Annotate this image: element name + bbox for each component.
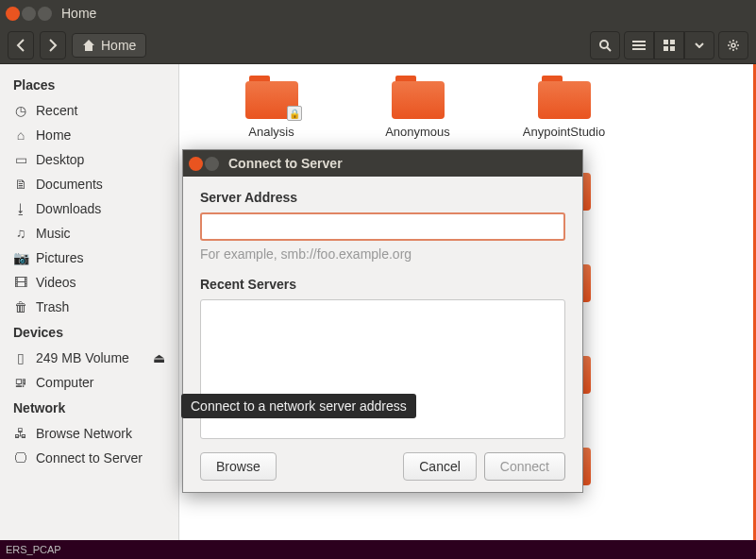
drive-icon: ▯ (13, 350, 28, 365)
sidebar-item-label: Connect to Server (36, 450, 143, 466)
svg-rect-5 (664, 40, 668, 44)
svg-line-1 (607, 47, 611, 51)
cancel-button[interactable]: Cancel (403, 452, 477, 481)
folder-label: Analysis (248, 125, 294, 139)
window-titlebar: Home (0, 0, 756, 26)
desktop-icon: ▭ (13, 152, 28, 167)
breadcrumb-label: Home (101, 38, 136, 53)
folder-label: AnypointStudio (523, 125, 605, 139)
sidebar-item-label: Computer (36, 375, 93, 390)
sidebar-item-label: Music (36, 226, 71, 241)
sidebar-item-browse-network[interactable]: 🖧Browse Network (0, 421, 178, 446)
search-icon (598, 39, 612, 52)
sidebar-item-label: Browse Network (36, 426, 132, 441)
document-icon: 🗎 (13, 177, 28, 192)
toolbar: Home (0, 26, 756, 64)
folder-label: Anonymous (385, 125, 450, 139)
window-close-button[interactable] (6, 7, 20, 21)
view-menu-button[interactable] (684, 31, 714, 59)
music-icon: ♫ (13, 226, 28, 241)
connect-server-dialog: Connect to Server Server Address For exa… (182, 149, 583, 493)
dialog-close-button[interactable] (189, 157, 203, 171)
lock-icon: 🔒 (287, 106, 302, 121)
settings-button[interactable] (718, 31, 748, 59)
chevron-down-icon (695, 42, 704, 48)
sidebar-item-home[interactable]: ⌂Home (0, 123, 178, 147)
places-heading: Places (0, 72, 178, 98)
download-icon: ⭳ (13, 201, 28, 216)
computer-icon: 🖳 (13, 375, 28, 390)
search-button[interactable] (590, 31, 620, 59)
svg-point-9 (731, 43, 735, 47)
sidebar-item-videos[interactable]: 🎞Videos (0, 270, 178, 295)
sidebar-item-label: Pictures (36, 250, 84, 265)
bottombar-text: ERS_PCAP (6, 544, 61, 555)
svg-rect-6 (670, 40, 675, 44)
trash-icon: 🗑 (13, 299, 28, 314)
server-address-label: Server Address (200, 190, 565, 205)
chevron-left-icon (16, 39, 25, 52)
sidebar-item-label: Videos (36, 275, 76, 290)
chevron-right-icon (48, 39, 58, 52)
sidebar-item-pictures[interactable]: 📷Pictures (0, 246, 178, 270)
folder-icon (392, 76, 445, 119)
dialog-minimize-button[interactable] (205, 157, 219, 171)
browse-button[interactable]: Browse (200, 452, 277, 481)
sidebar-item-desktop[interactable]: ▭Desktop (0, 147, 178, 172)
forward-button[interactable] (40, 31, 66, 59)
window-title: Home (61, 6, 96, 21)
connect-button[interactable]: Connect (484, 452, 565, 481)
list-icon (632, 40, 646, 51)
server-icon: 🖵 (13, 450, 28, 466)
sidebar-item-music[interactable]: ♫Music (0, 221, 178, 246)
sidebar-item-trash[interactable]: 🗑Trash (0, 295, 178, 319)
home-icon: ⌂ (13, 127, 28, 143)
dialog-title: Connect to Server (228, 156, 343, 171)
bottombar: ERS_PCAP (0, 540, 756, 559)
folder-icon (538, 76, 591, 119)
sidebar-item-downloads[interactable]: ⭳Downloads (0, 196, 178, 221)
network-heading: Network (0, 395, 178, 421)
folder-item[interactable]: AnypointStudio (491, 76, 637, 139)
camera-icon: 📷 (13, 250, 28, 265)
network-icon: 🖧 (13, 426, 28, 441)
sidebar: Places ◷Recent ⌂Home ▭Desktop 🗎Documents… (0, 64, 179, 540)
sidebar-item-volume[interactable]: ▯249 MB Volume⏏ (0, 346, 178, 370)
sidebar-item-documents[interactable]: 🗎Documents (0, 172, 178, 196)
svg-rect-8 (670, 46, 675, 51)
folder-item[interactable]: 🔒Analysis (198, 76, 344, 139)
sidebar-item-label: Trash (36, 299, 69, 314)
dialog-titlebar: Connect to Server (183, 150, 582, 177)
svg-rect-7 (664, 46, 668, 51)
recent-servers-label: Recent Servers (200, 277, 565, 292)
video-icon: 🎞 (13, 275, 28, 290)
dialog-window-controls (189, 157, 219, 171)
sidebar-item-computer[interactable]: 🖳Computer (0, 370, 178, 395)
grid-icon (664, 40, 675, 51)
back-button[interactable] (8, 31, 34, 59)
sidebar-item-label: Recent (36, 103, 77, 118)
sidebar-item-label: Desktop (36, 152, 84, 167)
tooltip: Connect to a network server address (181, 394, 416, 418)
sidebar-item-label: 249 MB Volume (36, 350, 129, 365)
breadcrumb-home[interactable]: Home (72, 33, 146, 58)
view-grid-button[interactable] (654, 31, 684, 59)
sidebar-item-label: Documents (36, 177, 103, 192)
folder-icon: 🔒 (245, 76, 298, 119)
sidebar-item-label: Home (36, 127, 71, 143)
gear-icon (727, 39, 740, 52)
server-address-hint: For example, smb://foo.example.org (200, 246, 565, 262)
home-icon (82, 39, 95, 52)
eject-icon[interactable]: ⏏ (153, 350, 165, 365)
devices-heading: Devices (0, 319, 178, 346)
view-list-button[interactable] (624, 31, 654, 59)
svg-point-0 (600, 41, 608, 48)
window-minimize-button[interactable] (22, 7, 36, 21)
sidebar-item-recent[interactable]: ◷Recent (0, 98, 178, 123)
sidebar-item-label: Downloads (36, 201, 101, 216)
sidebar-item-connect-server[interactable]: 🖵Connect to Server (0, 446, 178, 470)
window-maximize-button[interactable] (38, 7, 52, 21)
server-address-input[interactable] (200, 212, 565, 241)
clock-icon: ◷ (13, 103, 28, 118)
folder-item[interactable]: Anonymous (344, 76, 491, 139)
